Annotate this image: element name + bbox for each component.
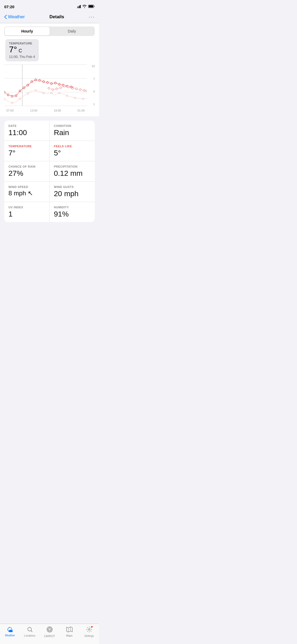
- svg-point-10: [35, 79, 37, 81]
- svg-point-39: [59, 92, 60, 94]
- details-section: DATE 11:00 CONDITION Rain TEMPERATURE 7°…: [0, 116, 99, 247]
- tab-bar-spacer: [4, 222, 95, 243]
- detail-cell-wind-gusts: WIND GUSTS 20 mph: [50, 182, 95, 202]
- chance-rain-value: 27%: [8, 169, 45, 178]
- svg-point-21: [48, 88, 50, 89]
- segment-control: Hourly Daily: [4, 26, 95, 36]
- more-button[interactable]: ···: [89, 14, 95, 20]
- svg-point-8: [27, 84, 29, 86]
- svg-rect-1: [89, 5, 93, 7]
- date-value: 11:00: [8, 128, 45, 137]
- chart-tooltip: TEMPERATURE 7° C 11:00, Thu Feb 4: [5, 39, 39, 61]
- y-label: 7: [93, 77, 95, 80]
- feelslike-label: FEELS LIKE: [54, 145, 91, 148]
- detail-row-temp-feels: TEMPERATURE 7° FEELS LIKE 5°: [4, 141, 95, 161]
- svg-point-14: [50, 83, 52, 85]
- detail-row-date-condition: DATE 11:00 CONDITION Rain: [4, 121, 95, 141]
- svg-point-31: [86, 90, 87, 92]
- details-card: DATE 11:00 CONDITION Rain TEMPERATURE 7°…: [4, 121, 95, 222]
- detail-cell-humidity: HUMIDITY 91%: [50, 202, 95, 222]
- tab-hourly[interactable]: Hourly: [5, 27, 50, 35]
- svg-point-32: [4, 98, 5, 100]
- uv-index-label: UV INDEX: [8, 206, 45, 209]
- svg-point-27: [72, 88, 73, 89]
- x-label: 13:00: [30, 109, 37, 112]
- svg-point-13: [46, 82, 48, 84]
- wind-speed-label: WIND SPEED: [8, 185, 45, 188]
- status-bar: 07:20: [0, 0, 99, 12]
- svg-point-33: [11, 102, 13, 104]
- svg-point-3: [7, 94, 9, 96]
- svg-point-16: [58, 84, 60, 85]
- svg-point-41: [74, 97, 76, 99]
- chart-y-labels: 10 7 4 1: [87, 65, 95, 106]
- date-label: DATE: [8, 124, 45, 127]
- temperature-value: 7°: [8, 149, 45, 157]
- detail-cell-date: DATE 11:00: [4, 121, 50, 141]
- tooltip-time: 11:00, Thu Feb 4: [9, 55, 35, 59]
- svg-point-30: [83, 90, 85, 91]
- chart-section: TEMPERATURE 7° C 11:00, Thu Feb 4 10 7 4…: [0, 39, 99, 116]
- chart-wrapper: 10 7 4 1: [4, 65, 95, 112]
- tab-daily[interactable]: Daily: [50, 27, 95, 35]
- detail-cell-precipitation: PRECIPITATION 0.12 mm: [50, 161, 95, 181]
- detail-row-wind: WIND SPEED 8 mph ↖ WIND GUSTS 20 mph: [4, 182, 95, 202]
- svg-point-40: [66, 95, 68, 96]
- svg-point-36: [35, 90, 36, 91]
- detail-cell-condition: CONDITION Rain: [50, 121, 95, 141]
- svg-point-7: [23, 87, 25, 89]
- wind-speed-value: 8 mph ↖: [8, 190, 45, 197]
- tooltip-temp: 7°: [9, 45, 17, 54]
- svg-point-38: [51, 92, 52, 94]
- x-label: 19:00: [54, 109, 61, 112]
- svg-point-11: [39, 80, 41, 81]
- uv-index-value: 1: [8, 210, 45, 218]
- signal-icon: [77, 5, 81, 8]
- condition-label: CONDITION: [54, 124, 91, 127]
- svg-point-6: [19, 90, 21, 92]
- svg-point-37: [43, 92, 44, 94]
- svg-point-26: [68, 86, 69, 88]
- detail-row-uv-humidity: UV INDEX 1 HUMIDITY 91%: [4, 202, 95, 222]
- tooltip-unit: C: [19, 48, 22, 54]
- chance-rain-label: CHANCE OF RAIN: [8, 165, 45, 168]
- detail-cell-wind-speed: WIND SPEED 8 mph ↖: [4, 182, 50, 202]
- page-title: Details: [49, 14, 64, 20]
- temperature-label: TEMPERATURE: [8, 145, 45, 148]
- y-label: 1: [93, 103, 95, 106]
- detail-cell-uv: UV INDEX 1: [4, 202, 50, 222]
- svg-point-23: [56, 88, 58, 90]
- wind-gusts-value: 20 mph: [54, 190, 91, 198]
- y-label: 4: [93, 90, 95, 93]
- y-label: 10: [92, 65, 95, 68]
- svg-point-22: [52, 89, 54, 91]
- detail-cell-feels: FEELS LIKE 5°: [50, 141, 95, 161]
- svg-point-29: [79, 89, 81, 91]
- svg-point-15: [54, 82, 56, 84]
- x-label: 01:00: [77, 109, 85, 112]
- nav-bar: Weather Details ···: [0, 12, 99, 23]
- svg-point-42: [82, 98, 84, 100]
- segment-container: Hourly Daily: [0, 23, 99, 39]
- chart-svg: [4, 65, 87, 106]
- wifi-icon: [82, 4, 87, 9]
- back-label: Weather: [8, 14, 25, 20]
- chart-x-labels: 07:00 13:00 19:00 01:00: [4, 109, 87, 112]
- condition-value: Rain: [54, 128, 91, 137]
- battery-icon: [88, 4, 95, 9]
- humidity-value: 91%: [54, 210, 91, 218]
- svg-point-25: [64, 85, 65, 87]
- x-label: 07:00: [6, 109, 14, 112]
- precipitation-value: 0.12 mm: [54, 169, 91, 178]
- detail-cell-chance-rain: CHANCE OF RAIN 27%: [4, 161, 50, 181]
- svg-point-12: [43, 81, 45, 83]
- svg-point-4: [11, 95, 13, 97]
- wind-gusts-label: WIND GUSTS: [54, 185, 91, 188]
- status-icons: [77, 4, 95, 9]
- svg-point-5: [15, 95, 17, 97]
- svg-point-2: [4, 91, 5, 93]
- back-button[interactable]: Weather: [4, 14, 25, 20]
- precipitation-label: PRECIPITATION: [54, 165, 91, 168]
- svg-point-34: [19, 98, 21, 100]
- humidity-label: HUMIDITY: [54, 206, 91, 209]
